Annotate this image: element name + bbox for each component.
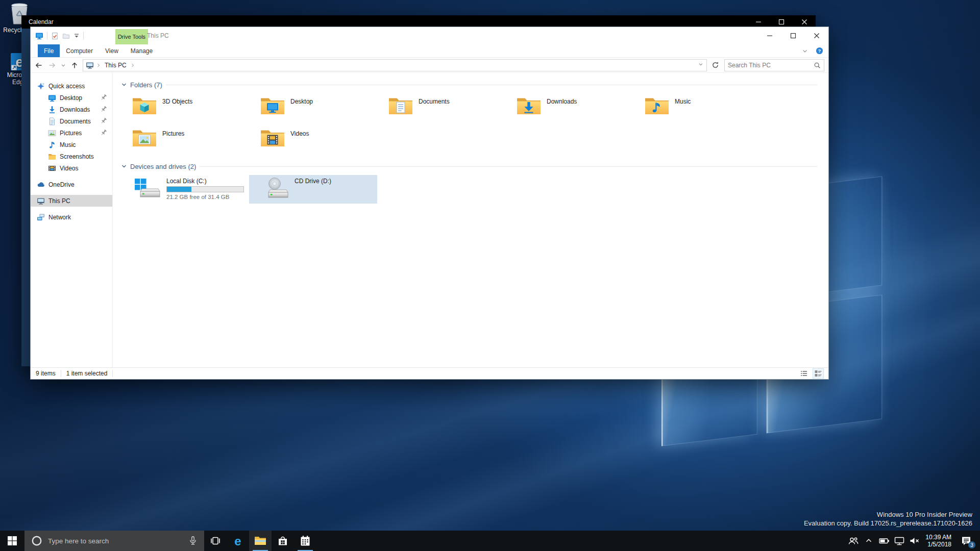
large-icons-view-button[interactable] [813, 369, 823, 378]
tab-view[interactable]: View [99, 44, 125, 57]
documents-icon [48, 117, 56, 126]
tile-label: Music [675, 98, 691, 105]
maximize-icon [778, 19, 785, 25]
tab-manage[interactable]: Manage [125, 44, 159, 57]
taskbar-file-explorer-button[interactable] [249, 531, 272, 551]
address-dropdown-icon[interactable] [698, 61, 704, 67]
taskbar-clock[interactable]: 10:39 AM 1/5/2018 [922, 534, 955, 548]
tab-computer[interactable]: Computer [60, 44, 99, 57]
sidebar-item-onedrive[interactable]: OneDrive [31, 179, 112, 190]
details-view-icon [800, 369, 808, 378]
sidebar-item-quick-access[interactable]: Quick access [31, 80, 112, 92]
address-bar[interactable]: This PC [83, 59, 707, 71]
tile-videos[interactable]: Videos [249, 126, 377, 154]
hidden-icons-button[interactable] [861, 531, 876, 551]
back-icon [35, 61, 43, 69]
sidebar-item-label: Desktop [60, 94, 82, 102]
battery-button[interactable] [876, 531, 892, 551]
taskbar-store-button[interactable] [272, 531, 294, 551]
forward-button[interactable] [46, 59, 58, 71]
minimize-button[interactable] [758, 27, 781, 44]
breadcrumb-separator-icon[interactable] [130, 62, 136, 68]
tile-downloads[interactable]: Downloads [505, 93, 633, 122]
minimize-icon [767, 33, 773, 39]
recent-locations-button[interactable] [59, 59, 67, 71]
people-button[interactable] [846, 531, 861, 551]
expand-ribbon-icon[interactable] [801, 47, 808, 55]
sidebar-item-music[interactable]: Music [31, 139, 112, 151]
close-button[interactable] [805, 27, 828, 44]
sidebar-item-network[interactable]: Network [31, 211, 112, 223]
tile-3d-objects[interactable]: 3D Objects [121, 93, 249, 122]
back-button[interactable] [33, 59, 45, 71]
battery-icon [878, 537, 890, 545]
taskbar-search-input[interactable] [48, 537, 183, 545]
tile-pictures[interactable]: Pictures [121, 126, 249, 154]
sidebar-item-desktop[interactable]: Desktop [31, 92, 112, 104]
folder-desktop-icon [260, 95, 285, 116]
evaluation-watermark: Windows 10 Pro Insider Preview Evaluatio… [804, 510, 972, 528]
sidebar-item-pictures[interactable]: Pictures [31, 127, 112, 139]
system-tray: 10:39 AM 1/5/2018 3 [846, 531, 980, 551]
tile-label: Local Disk (C:) [166, 178, 244, 185]
tile-music[interactable]: Music [633, 93, 762, 122]
items-count: 9 items [36, 370, 56, 377]
sidebar-item-documents[interactable]: Documents [31, 115, 112, 127]
notification-badge: 3 [968, 541, 975, 548]
sidebar-item-label: OneDrive [48, 181, 75, 188]
taskbar-edge-button[interactable] [227, 531, 249, 551]
folder-documents-icon [388, 95, 413, 116]
explorer-search-box[interactable] [724, 59, 824, 71]
group-header-folders-7[interactable]: Folders (7) [121, 79, 819, 90]
onedrive-icon [37, 181, 45, 189]
explorer-body: Quick accessDesktopDownloadsDocumentsPic… [31, 73, 828, 367]
pin-icon [100, 106, 107, 113]
clock-time: 10:39 AM [925, 534, 951, 541]
task-view-button[interactable] [204, 531, 227, 551]
tile-documents[interactable]: Documents [377, 93, 505, 122]
microphone-icon[interactable] [188, 536, 198, 546]
minimize-icon [755, 19, 762, 25]
maximize-button[interactable] [781, 27, 805, 44]
group-header-devices-and-drives-2[interactable]: Devices and drives (2) [121, 161, 819, 172]
taskbar-search-box[interactable] [24, 531, 204, 551]
customize-qat-icon[interactable] [74, 33, 80, 39]
volume-button[interactable] [907, 531, 922, 551]
search-icon[interactable] [814, 62, 821, 69]
folder-3d-icon [132, 95, 157, 116]
forward-icon [48, 61, 56, 69]
action-center-button[interactable]: 3 [955, 531, 977, 551]
sidebar-item-this-pc[interactable]: This PC [31, 195, 112, 207]
pictures-icon [48, 129, 56, 137]
downloads-icon [48, 106, 56, 114]
file-explorer-icon [254, 534, 267, 547]
breadcrumb-separator-icon[interactable] [95, 62, 102, 68]
pin-icon [100, 117, 107, 124]
breadcrumb-this-pc[interactable]: This PC [103, 62, 128, 69]
group-divider-line [166, 85, 817, 85]
sidebar-item-label: Downloads [60, 106, 90, 113]
details-view-button[interactable] [799, 369, 809, 378]
new-folder-icon[interactable] [62, 32, 70, 40]
properties-icon[interactable] [51, 32, 59, 40]
up-button[interactable] [68, 59, 81, 71]
network-button[interactable] [892, 531, 907, 551]
start-button[interactable] [0, 531, 24, 551]
explorer-search-input[interactable] [728, 62, 814, 69]
sidebar-item-screenshots[interactable]: Screenshots [31, 151, 112, 162]
help-icon[interactable] [816, 47, 823, 55]
people-icon [848, 535, 859, 546]
close-icon [814, 33, 820, 39]
chevron-down-icon [121, 163, 127, 169]
tile-cd-drive-d[interactable]: CD Drive (D:) [249, 175, 377, 204]
group-divider-line [200, 166, 817, 167]
drive-tools-tab[interactable]: Drive Tools [115, 29, 148, 44]
sidebar-item-videos[interactable]: Videos [31, 162, 112, 174]
sidebar-item-label: This PC [48, 197, 70, 205]
refresh-button[interactable] [709, 59, 721, 71]
tile-desktop[interactable]: Desktop [249, 93, 377, 122]
tab-file[interactable]: File [38, 44, 60, 57]
tile-local-disk-c[interactable]: Local Disk (C:) 21.2 GB free of 31.4 GB [121, 175, 249, 204]
taskbar-calendar-button[interactable] [294, 531, 316, 551]
sidebar-item-downloads[interactable]: Downloads [31, 104, 112, 115]
